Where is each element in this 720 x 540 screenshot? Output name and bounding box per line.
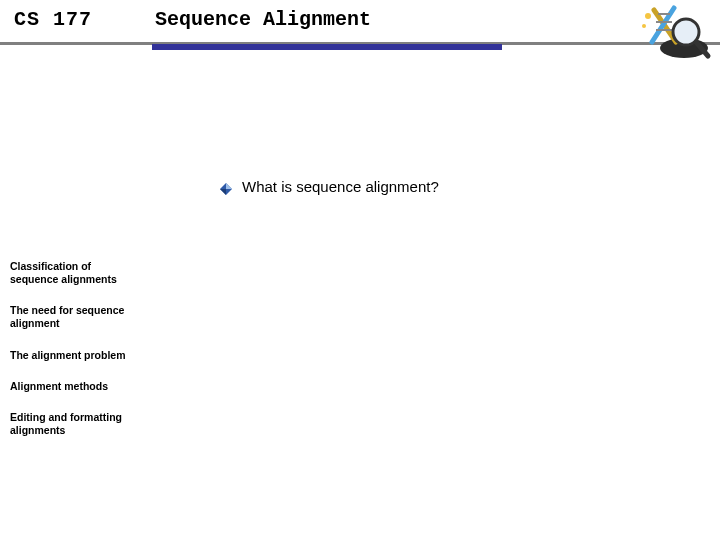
sidebar-item-need[interactable]: The need for sequence alignment <box>10 304 132 330</box>
sidebar: Classification of sequence alignments Th… <box>10 260 132 437</box>
sidebar-item-label: The alignment problem <box>10 349 126 361</box>
diamond-bullet-icon <box>220 181 232 193</box>
sidebar-item-methods[interactable]: Alignment methods <box>10 380 132 393</box>
sidebar-item-label: The need for sequence alignment <box>10 304 124 329</box>
page-title: Sequence Alignment <box>155 8 371 31</box>
bullet-text: What is sequence alignment? <box>242 178 439 195</box>
sidebar-item-label: Alignment methods <box>10 380 108 392</box>
sidebar-item-label: Editing and formatting alignments <box>10 411 122 436</box>
sidebar-item-classification[interactable]: Classification of sequence alignments <box>10 260 132 286</box>
svg-marker-12 <box>220 189 226 195</box>
sidebar-item-label: Classification of sequence alignments <box>10 260 117 285</box>
sidebar-item-editing[interactable]: Editing and formatting alignments <box>10 411 132 437</box>
bullet-item: What is sequence alignment? <box>220 178 439 195</box>
course-code: CS 177 <box>14 8 92 31</box>
svg-point-8 <box>645 13 651 19</box>
sidebar-item-problem[interactable]: The alignment problem <box>10 349 132 362</box>
svg-marker-11 <box>226 183 232 189</box>
slide: CS 177 Sequence Alignment What is sequen… <box>0 0 720 540</box>
dna-magnifier-icon <box>624 2 712 72</box>
header-rule-blue <box>152 44 502 50</box>
svg-point-9 <box>642 24 646 28</box>
